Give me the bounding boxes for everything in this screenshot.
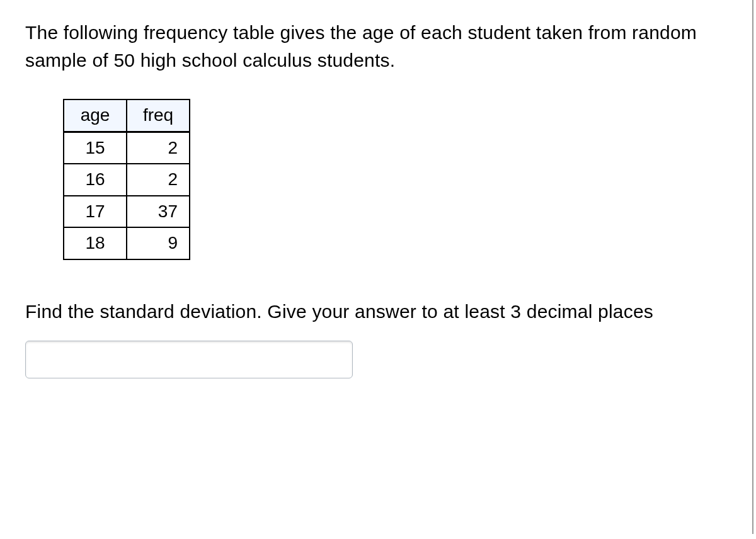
prompt-text: The following frequency table gives the … [25, 19, 731, 74]
table-header-row: age freq [64, 99, 190, 132]
frequency-table-wrapper: age freq 15 2 16 2 17 37 18 9 [63, 99, 731, 260]
question-text: Find the standard deviation. Give your a… [25, 298, 731, 326]
table-cell-freq: 2 [127, 132, 190, 164]
table-cell-age: 16 [64, 164, 127, 196]
table-cell-freq: 2 [127, 164, 190, 196]
table-row: 15 2 [64, 132, 190, 164]
table-row: 16 2 [64, 164, 190, 196]
table-cell-freq: 9 [127, 227, 190, 259]
table-cell-age: 17 [64, 196, 127, 228]
answer-input[interactable] [25, 341, 353, 378]
table-cell-age: 15 [64, 132, 127, 164]
table-header-freq: freq [127, 99, 190, 132]
table-header-age: age [64, 99, 127, 132]
page-divider [752, 0, 753, 534]
frequency-table: age freq 15 2 16 2 17 37 18 9 [63, 99, 190, 260]
table-cell-age: 18 [64, 227, 127, 259]
table-row: 17 37 [64, 196, 190, 228]
table-cell-freq: 37 [127, 196, 190, 228]
table-row: 18 9 [64, 227, 190, 259]
